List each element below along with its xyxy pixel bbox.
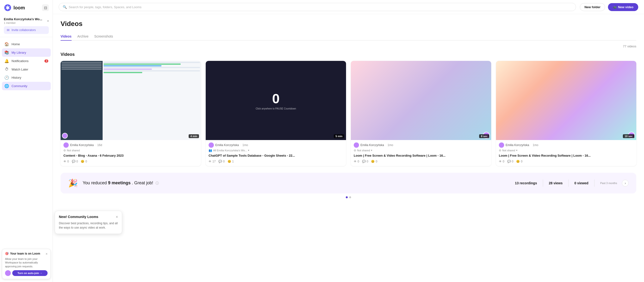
- avatar-4: [499, 142, 504, 148]
- popup-description: Discover best practices, recording tips,…: [59, 221, 118, 230]
- invite-label: Invite collaborators: [12, 28, 36, 32]
- author-name-3: Emilia Korczyńska: [360, 143, 384, 147]
- recordings-count: 13 recordings: [515, 181, 537, 185]
- toast-description: Allow your team to join your Workspace b…: [5, 257, 48, 268]
- group-icon-2: 👥: [208, 149, 212, 152]
- video-card-4[interactable]: 10 sec Emilia Korczyńska · 1mo ⊝ Not sha…: [496, 61, 636, 166]
- views-stat-2: 👁 17: [208, 160, 216, 163]
- countdown-text: Click anywhere to PAUSE Countdown: [256, 107, 296, 110]
- stat-divider-1: [543, 179, 543, 187]
- recordings-stat: 13 recordings: [515, 181, 537, 185]
- banner-emoji: 🎉: [68, 179, 78, 188]
- auto-join-button[interactable]: Turn on auto-join →: [12, 270, 48, 276]
- new-folder-button[interactable]: New folder: [580, 3, 605, 11]
- time-ago-2: 1mo: [242, 143, 248, 147]
- viewed-stat: 0 viewed: [574, 181, 588, 185]
- avatar-2: [208, 142, 214, 148]
- search-bar[interactable]: 🔍 Search for people, tags, folders, Spac…: [59, 3, 576, 11]
- reactions-stat-3: 😊 0: [371, 160, 377, 163]
- new-video-button[interactable]: 📹 New video: [608, 3, 638, 11]
- views-count: 28 views: [549, 181, 563, 185]
- sidebar-item-home[interactable]: 🏠 Home: [2, 40, 51, 48]
- chevron-down-icon: ▾: [47, 20, 49, 23]
- sidebar-item-community[interactable]: 🌐 Community: [2, 82, 51, 90]
- video-stats-1: 👁 0 💬 0 😊 0: [64, 160, 198, 163]
- sidebar-item-notifications[interactable]: 🔔 Notifications 3: [2, 57, 51, 65]
- video-thumb-2: 0 Click anywhere to PAUSE Countdown 5 mi…: [206, 61, 346, 140]
- library-icon: 📚: [4, 50, 9, 55]
- sidebar-toggle-button[interactable]: ⊟: [42, 4, 49, 11]
- popup-header: New! Community Looms ×: [59, 215, 118, 219]
- sidebar-item-watch-later[interactable]: ⏱ Watch Later: [2, 65, 51, 73]
- avatar-1: [64, 142, 69, 148]
- reaction-icon-3: 😊: [371, 160, 375, 163]
- views-stat-1: 👁 0: [64, 160, 69, 163]
- shared-info-4: ⊝ Not shared ▾: [499, 149, 634, 152]
- views-stat-4: 👁 0: [499, 160, 504, 163]
- sidebar-logo-area: loom ⊟: [0, 4, 53, 16]
- search-placeholder: Search for people, tags, folders, Spaces…: [69, 5, 142, 9]
- tabs-bar: Videos Archive Screenshots: [60, 33, 636, 41]
- invite-collaborators-button[interactable]: ✉ Invite collaborators: [4, 26, 49, 34]
- toast-title: 🎯 Your team is on Loom: [5, 252, 40, 255]
- video-meta-1: Emilia Korczyńska · 16d: [64, 142, 198, 148]
- loom-logo-icon: [4, 4, 12, 12]
- tab-archive[interactable]: Archive: [78, 33, 89, 41]
- sidebar-item-my-library[interactable]: 📚 My Library: [2, 48, 51, 57]
- duration-badge-3: 8 sec: [479, 134, 489, 138]
- toast-close-button[interactable]: ×: [46, 252, 48, 256]
- banner-next-button[interactable]: ›: [622, 180, 628, 186]
- video-stats-3: 👁 0 💬 0 😊 0: [354, 160, 488, 163]
- info-icon: ⓘ: [156, 181, 159, 185]
- video-card-1[interactable]: 4 min Emilia Korczyńska · 16d ⊝ Not shar…: [60, 61, 201, 166]
- banner-dot-1: [346, 196, 348, 198]
- main-content: 🔍 Search for people, tags, folders, Spac…: [53, 0, 644, 282]
- reactions-stat-2: 😊 1: [228, 160, 234, 163]
- main-nav: 🏠 Home 📚 My Library 🔔 Notifications 3 ⏱ …: [0, 39, 53, 268]
- video-card-2[interactable]: 0 Click anywhere to PAUSE Countdown 5 mi…: [206, 61, 346, 166]
- sidebar-item-community-label: Community: [12, 84, 28, 88]
- bell-icon: 🔔: [4, 59, 9, 63]
- tab-videos[interactable]: Videos: [60, 33, 72, 41]
- sidebar-item-history[interactable]: 🕐 History: [2, 73, 51, 82]
- video-info-1: Emilia Korczyńska · 16d ⊝ Not shared Con…: [60, 140, 201, 166]
- banner-stats: 13 recordings 28 views 0 viewed Past 3 m…: [515, 179, 617, 187]
- popup-close-button[interactable]: ×: [116, 215, 118, 219]
- envelope-icon: ✉: [7, 28, 10, 32]
- workspace-member-count: 1 member: [4, 22, 47, 24]
- comments-stat-3: 💬 0: [362, 160, 368, 163]
- video-camera-icon: 📹: [613, 5, 616, 9]
- tab-screenshots[interactable]: Screenshots: [94, 33, 113, 41]
- reaction-icon-4: 😊: [516, 160, 520, 163]
- banner-main-text: You reduced 9 meetings . Great job! ⓘ: [83, 180, 510, 185]
- lock-icon-4: ⊝: [499, 149, 501, 152]
- watch-later-icon: ⏱: [4, 67, 9, 72]
- content-area: Videos Videos Archive Screenshots 77 vid…: [53, 14, 644, 282]
- banner-text-area: You reduced 9 meetings . Great job! ⓘ: [83, 180, 510, 185]
- video-title-3: Loom | Free Screen & Video Recording Sof…: [354, 154, 488, 158]
- video-meta-2: Emilia Korczyńska · 1mo: [208, 142, 343, 148]
- shared-info-1: ⊝ Not shared: [64, 149, 198, 152]
- stat-divider-3: [594, 179, 594, 187]
- banner-dots: [60, 196, 636, 198]
- sidebar-item-history-label: History: [12, 76, 21, 79]
- video-card-3[interactable]: 8 sec Emilia Korczyńska · 1mo ⊝ Not shar…: [351, 61, 491, 166]
- meetings-banner: 🎉 You reduced 9 meetings . Great job! ⓘ …: [60, 173, 636, 193]
- team-join-toast: 🎯 Your team is on Loom × Allow your team…: [2, 249, 51, 279]
- sidebar: loom ⊟ Emilia Korczyńska's Wo... 1 membe…: [0, 0, 53, 282]
- comments-stat-2: 💬 0: [218, 160, 225, 163]
- comment-icon-4: 💬: [507, 160, 511, 163]
- countdown-number: 0: [272, 91, 280, 106]
- comments-stat-4: 💬 0: [507, 160, 514, 163]
- toast-header: 🎯 Your team is on Loom ×: [5, 252, 48, 256]
- shared-info-3: ⊝ Not shared ▾: [354, 149, 488, 152]
- viewed-count: 0 viewed: [574, 181, 588, 185]
- reaction-icon: 😊: [81, 160, 84, 163]
- banner-dot-2: [349, 196, 351, 198]
- lock-icon-1: ⊝: [64, 149, 66, 152]
- svg-point-4: [4, 7, 6, 9]
- video-stats-4: 👁 0 💬 0 😊 0: [499, 160, 634, 163]
- video-meta-4: Emilia Korczyńska · 1mo: [499, 142, 634, 148]
- workspace-selector[interactable]: Emilia Korczyńska's Wo... 1 member ▾: [4, 17, 49, 24]
- logo: loom: [4, 4, 25, 12]
